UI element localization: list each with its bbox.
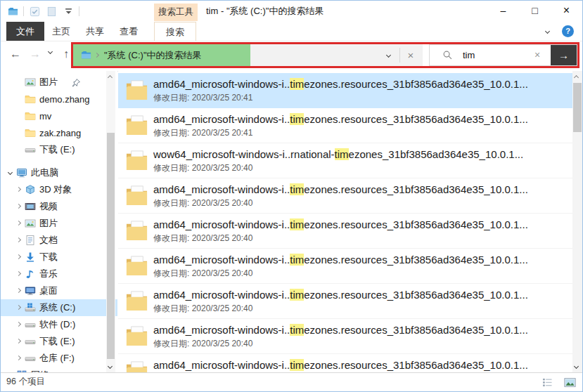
chevron-spacer [15, 110, 23, 122]
tab-share[interactable]: 共享 [78, 22, 112, 41]
file-name: amd64_microsoft-windows-i..timezones.res… [153, 323, 528, 337]
sidebar-item[interactable]: 视频 [1, 198, 117, 215]
sidebar-item[interactable]: 下载 (E:) [1, 333, 117, 350]
maximize-button[interactable]: □ [519, 1, 551, 21]
navigation-pane: 图片demo.zhangmvzak.zhang下载 (E:)此电脑3D 对象视频… [1, 71, 117, 373]
chevron-right-icon[interactable] [15, 268, 23, 280]
folder-icon [23, 110, 37, 122]
file-row[interactable]: amd64_microsoft-windows-i..timezones.res… [118, 178, 572, 214]
pictures-icon [23, 217, 37, 230]
forward-icon[interactable]: → [26, 44, 44, 64]
chevron-right-icon[interactable] [15, 353, 23, 364]
sidebar-item[interactable]: 3D 对象 [1, 181, 117, 198]
file-row[interactable]: amd64_microsoft-windows-i..timezones.res… [118, 354, 572, 373]
chevron-right-icon[interactable] [15, 235, 23, 246]
chevron-right-icon[interactable] [15, 251, 23, 263]
clear-search-icon[interactable]: × [530, 45, 544, 65]
file-row[interactable]: amd64_microsoft-windows-i..timezones.res… [118, 319, 572, 354]
file-row[interactable]: amd64_microsoft-windows-i..timezones.res… [118, 284, 572, 319]
result-folder-icon [125, 325, 153, 348]
file-row[interactable]: wow64_microsoft-windows-i..rnational-tim… [118, 143, 572, 178]
file-row[interactable]: amd64_microsoft-windows-i..timezones.res… [118, 108, 572, 143]
quick-access-toolbar [6, 4, 79, 18]
sidebar-item[interactable]: 音乐 [1, 266, 117, 282]
file-name: amd64_microsoft-windows-i..timezones.res… [153, 112, 528, 126]
help-icon[interactable]: ? [562, 25, 574, 37]
objects3d-icon [23, 183, 37, 196]
expand-ribbon-icon[interactable] [544, 26, 552, 37]
sidebar-item[interactable]: 图片 [1, 74, 117, 91]
close-button[interactable]: × [551, 1, 582, 21]
scroll-down-icon[interactable] [572, 361, 582, 372]
customize-qat-icon[interactable] [62, 5, 75, 18]
stop-search-icon[interactable]: × [403, 44, 418, 66]
file-modified-date: 修改日期: 2020/3/25 20:40 [153, 268, 528, 280]
file-row[interactable]: amd64_microsoft-windows-i..timezones.res… [118, 214, 572, 249]
tab-search[interactable]: 搜索 [154, 22, 196, 41]
file-text: amd64_microsoft-windows-i..timezones.res… [153, 253, 528, 280]
sidebar-item[interactable]: mv [1, 107, 117, 124]
chevron-right-icon[interactable] [15, 319, 23, 330]
tab-file[interactable]: 文件 [6, 22, 44, 41]
back-icon[interactable]: ← [6, 44, 25, 64]
file-name: amd64_microsoft-windows-i..timezones.res… [153, 253, 528, 266]
explorer-icon[interactable] [6, 5, 19, 18]
sidebar-item[interactable]: 仓库 (F:) [1, 350, 117, 367]
search-go-button[interactable]: → [551, 45, 577, 65]
checkbox-icon[interactable] [28, 5, 41, 18]
sidebar-item[interactable]: 文档 [1, 232, 117, 249]
details-view-icon[interactable] [539, 375, 556, 389]
ribbon-tabs: 主页共享查看搜索 [44, 22, 146, 41]
ribbon-tab-row: 文件 主页共享查看搜索 ? [1, 22, 582, 41]
title-bar: 搜索工具 tim - "系统 (C:)"中的搜索结果 – □ × [1, 1, 582, 22]
sidebar-item[interactable]: 此电脑 [1, 164, 117, 181]
drive-icon [23, 335, 37, 348]
sidebar-item-label: 音乐 [39, 268, 58, 280]
sidebar-item[interactable]: 下载 [1, 249, 117, 266]
main-scrollbar[interactable] [572, 71, 582, 373]
file-row[interactable]: amd64_microsoft-windows-i..timezones.res… [118, 249, 572, 284]
chevron-right-icon[interactable] [15, 285, 23, 296]
scroll-up-icon[interactable] [106, 72, 115, 83]
file-modified-date: 修改日期: 2020/3/25 20:40 [153, 303, 528, 315]
tab-home[interactable]: 主页 [44, 22, 78, 41]
annotation-highlight-box: "系统 (C:)"中的搜索结果 × × → [71, 42, 579, 68]
search-input[interactable] [461, 49, 519, 61]
breadcrumb-segment[interactable]: "系统 (C:)"中的搜索结果 [104, 49, 202, 62]
scroll-down-icon[interactable] [106, 361, 115, 372]
sidebar-item[interactable]: demo.zhang [1, 91, 117, 107]
file-text: amd64_microsoft-windows-i..timezones.res… [153, 77, 528, 104]
sidebar-scrollbar-thumb[interactable] [107, 133, 115, 359]
breadcrumb-chevron-icon[interactable] [93, 50, 101, 61]
main-scrollbar-thumb[interactable] [573, 83, 582, 132]
minimize-button[interactable]: – [487, 1, 519, 21]
sidebar-item-label: 软件 (D:) [39, 318, 75, 331]
view-buttons [539, 375, 578, 389]
thumbnail-view-icon[interactable] [561, 375, 578, 389]
sidebar-item[interactable]: 图片 [1, 215, 117, 232]
address-bar[interactable]: "系统 (C:)"中的搜索结果 × [73, 44, 423, 66]
chevron-right-icon[interactable] [15, 201, 23, 212]
drive-icon [23, 318, 37, 331]
chevron-right-icon[interactable] [15, 302, 23, 313]
sidebar-item[interactable]: 系统 (C:) [1, 299, 117, 316]
chevron-right-icon[interactable] [15, 336, 23, 347]
sidebar-item[interactable]: 下载 (E:) [1, 141, 117, 158]
recent-locations-chevron-icon[interactable] [44, 44, 57, 64]
sidebar-item[interactable]: zak.zhang [1, 124, 117, 141]
address-dropdown-icon[interactable] [385, 50, 393, 64]
search-term-highlight: tim [290, 78, 304, 90]
tab-view[interactable]: 查看 [112, 22, 146, 41]
sidebar-item[interactable]: 软件 (D:) [1, 316, 117, 333]
contextual-tab-header[interactable]: 搜索工具 [154, 4, 198, 21]
file-text: wow64_microsoft-windows-i..rnational-tim… [153, 148, 523, 174]
chevron-down-icon[interactable] [6, 167, 15, 178]
chevron-right-icon[interactable] [15, 184, 23, 195]
file-row[interactable]: amd64_microsoft-windows-i..timezones.res… [118, 73, 572, 108]
chevron-right-icon[interactable] [15, 218, 23, 229]
scroll-up-icon[interactable] [572, 72, 582, 83]
sidebar-item-label: 图片 [39, 217, 58, 230]
sidebar-item[interactable]: 桌面 [1, 282, 117, 299]
new-item-icon[interactable] [45, 5, 58, 18]
sidebar-scrollbar[interactable] [106, 71, 115, 373]
